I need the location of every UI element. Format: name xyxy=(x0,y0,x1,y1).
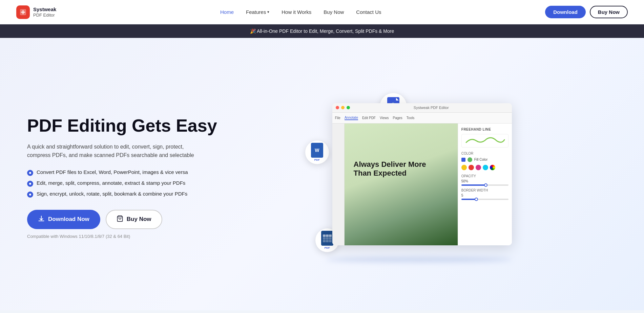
border-slider[interactable] xyxy=(461,199,508,200)
nav-buynow-button[interactable]: Buy Now xyxy=(590,6,628,18)
hero-description: A quick and straightforward solution to … xyxy=(27,142,203,160)
toolbar-pages: Pages xyxy=(393,116,402,120)
nav-download-button[interactable]: Download xyxy=(545,6,586,18)
compatibility-text: Compatible with Windows 11/10/8.1/8/7 (3… xyxy=(27,234,217,239)
opacity-slider-thumb xyxy=(484,183,487,187)
toolbar-annotate: Annotate xyxy=(345,116,358,120)
banner-text: All-in-One PDF Editor to Edit, Merge, Co… xyxy=(257,28,394,34)
opacity-slider[interactable] xyxy=(461,184,508,186)
hero-section: PDF Editing Gets Easy A quick and straig… xyxy=(0,38,644,310)
app-window: Systweak PDF Editor File Annotate Edit P… xyxy=(332,103,512,245)
nav-contact-us[interactable]: Contact Us xyxy=(356,9,381,15)
cart-icon xyxy=(117,215,123,224)
toolbar-edit-pdf: Edit PDF xyxy=(362,116,376,120)
app-main: Always Deliver More Than Expected xyxy=(345,124,458,245)
list-item: Sign, encrypt, unlock, rotate, split, bo… xyxy=(27,191,217,198)
fill-color-label: Fill Color xyxy=(474,158,487,161)
toolbar-file: File xyxy=(335,116,340,120)
logo[interactable]: Systweak PDF Editor xyxy=(16,5,56,19)
panel-color-title: COLOR xyxy=(461,152,508,155)
app-panel: FREEHAND LINE COLOR Fill Color xyxy=(458,124,512,245)
logo-icon xyxy=(16,5,30,19)
app-content: Always Deliver More Than Expected FREEHA… xyxy=(332,124,512,245)
app-title-text: Systweak PDF Editor xyxy=(354,106,508,110)
download-icon xyxy=(38,215,45,224)
nav-features-label: Features xyxy=(246,9,266,15)
nav-home[interactable]: Home xyxy=(220,9,234,15)
logo-sub: PDF Editor xyxy=(33,13,56,18)
app-sidebar xyxy=(332,124,345,245)
navbar: Systweak PDF Editor Home Features ▾ How … xyxy=(0,0,644,24)
swatch-rainbow[interactable] xyxy=(490,165,495,170)
border-value: 5 xyxy=(461,194,508,197)
border-slider-fill xyxy=(461,199,476,200)
toolbar-views: Views xyxy=(380,116,389,120)
chevron-down-icon: ▾ xyxy=(267,10,269,14)
app-canvas: Always Deliver More Than Expected xyxy=(345,124,458,245)
bullet-icon xyxy=(27,181,33,187)
logo-text: Systweak PDF Editor xyxy=(33,6,56,18)
feature-text-3: Sign, encrypt, unlock, rotate, split, bo… xyxy=(37,191,187,197)
opacity-value: 50% xyxy=(461,179,508,183)
features-list: Convert PDF files to Excel, Word, PowerP… xyxy=(27,169,217,198)
logo-brand: Systweak xyxy=(33,6,56,13)
swatch-red[interactable] xyxy=(469,165,474,170)
canvas-text: Always Deliver More Than Expected xyxy=(354,160,426,178)
hero-buttons: Download Now Buy Now xyxy=(27,210,217,229)
nav-buy-now[interactable]: Buy Now xyxy=(324,9,344,15)
shadow-base xyxy=(326,257,512,262)
swatch-pink[interactable] xyxy=(476,165,481,170)
download-now-button[interactable]: Download Now xyxy=(27,210,100,229)
canvas-line2: Than Expected xyxy=(354,169,426,178)
canvas-line1: Always Deliver More xyxy=(354,160,426,169)
opacity-section: OPACITY 50% xyxy=(461,174,508,186)
buy-now-label: Buy Now xyxy=(127,216,151,223)
list-item: Edit, merge, split, compress, annotate, … xyxy=(27,180,217,187)
download-now-label: Download Now xyxy=(48,216,89,223)
border-section: BORDER WIDTH 5 xyxy=(461,188,508,200)
app-mockup: 🔒 PDF W PDF xyxy=(312,96,522,259)
maximize-dot xyxy=(347,106,350,109)
bullet-icon xyxy=(27,170,33,176)
nav-features[interactable]: Features ▾ xyxy=(246,9,269,15)
fill-color-swatch xyxy=(468,157,472,162)
swatch-cyan[interactable] xyxy=(483,165,488,170)
banner-icon: 🎉 xyxy=(250,28,257,34)
toolbar-tools: Tools xyxy=(407,116,414,120)
bullet-icon xyxy=(27,192,33,198)
minimize-dot xyxy=(341,106,345,109)
hero-right: 🔒 PDF W PDF xyxy=(217,93,617,262)
hero-left: PDF Editing Gets Easy A quick and straig… xyxy=(27,116,217,239)
border-title: BORDER WIDTH xyxy=(461,188,508,192)
app-titlebar: Systweak PDF Editor xyxy=(332,103,512,113)
panel-freehand-title: FREEHAND LINE xyxy=(461,128,508,131)
fill-color-row: Fill Color xyxy=(461,157,508,162)
app-toolbar: File Annotate Edit PDF Views Pages Tools xyxy=(332,113,512,124)
freehand-preview xyxy=(461,134,508,148)
buy-now-button[interactable]: Buy Now xyxy=(106,210,162,229)
swatch-yellow[interactable] xyxy=(461,165,467,170)
hero-title: PDF Editing Gets Easy xyxy=(27,116,217,135)
opacity-title: OPACITY xyxy=(461,174,508,178)
fill-checkbox[interactable] xyxy=(461,158,465,162)
border-slider-thumb xyxy=(475,198,478,201)
nav-how-it-works[interactable]: How it Works xyxy=(282,9,311,15)
nav-links: Home Features ▾ How it Works Buy Now Con… xyxy=(220,9,381,15)
close-dot xyxy=(336,106,339,109)
feature-text-1: Convert PDF files to Excel, Word, PowerP… xyxy=(37,169,188,175)
list-item: Convert PDF files to Excel, Word, PowerP… xyxy=(27,169,217,176)
color-swatches xyxy=(461,165,508,170)
pdf-word-bubble: W PDF xyxy=(305,140,329,164)
opacity-slider-fill xyxy=(461,184,485,186)
nav-actions: Download Buy Now xyxy=(545,6,628,18)
feature-text-2: Edit, merge, split, compress, annotate, … xyxy=(37,180,185,186)
announcement-banner: 🎉 All-in-One PDF Editor to Edit, Merge, … xyxy=(0,24,644,38)
